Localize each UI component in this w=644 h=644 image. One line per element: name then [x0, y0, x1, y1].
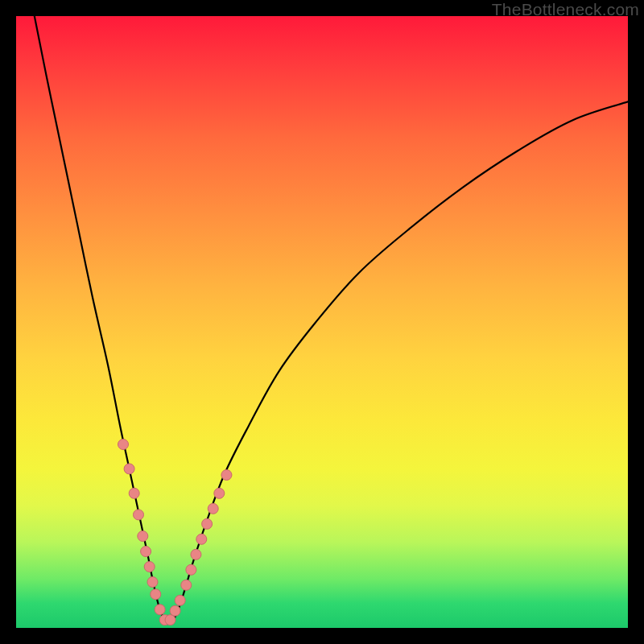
chart-svg — [16, 16, 628, 628]
data-dot — [170, 605, 180, 616]
data-dot — [141, 547, 151, 557]
data-dot — [129, 488, 139, 498]
data-dot — [186, 564, 196, 575]
bottleneck-curve — [35, 16, 628, 623]
data-dot — [138, 531, 148, 542]
data-dot — [208, 503, 218, 514]
data-dot — [144, 562, 155, 572]
data-dot — [124, 464, 134, 474]
data-dot — [151, 589, 161, 600]
plot-area — [16, 16, 628, 628]
data-dot — [214, 488, 225, 498]
data-dot — [175, 595, 185, 605]
data-dot — [155, 605, 165, 615]
data-dots — [118, 440, 232, 625]
data-dot — [196, 534, 207, 544]
data-dot — [134, 510, 144, 520]
data-dot — [202, 518, 213, 529]
data-dot — [221, 470, 232, 481]
data-dot — [191, 549, 201, 559]
data-dot — [118, 440, 129, 450]
chart-frame: TheBottleneck.com — [0, 0, 644, 644]
data-dot — [147, 577, 158, 588]
watermark-text: TheBottleneck.com — [492, 0, 639, 19]
data-dot — [165, 615, 175, 625]
data-dot — [181, 580, 192, 590]
